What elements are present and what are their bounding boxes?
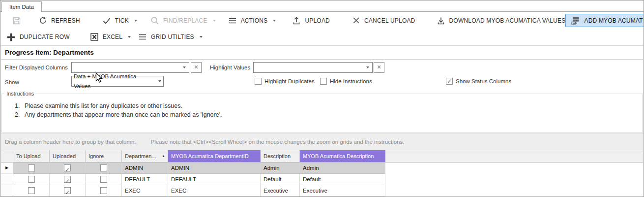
column-header-description[interactable]: Description [261,150,300,163]
column-header-myob-departmentid[interactable]: MYOB Acumatica DepartmentID [168,150,261,163]
row-indicator-header [1,150,13,163]
cell-description[interactable]: Default [261,174,300,185]
show-dropdown-value: Data + MYOB Acumatica Values [74,71,153,91]
instructions-list: Please examine this list for any duplica… [22,101,642,119]
column-header-department[interactable]: Departmen... ▲ [122,150,168,163]
row-indicator [1,174,13,185]
checkbox-icon[interactable] [28,164,35,171]
checkbox-icon[interactable] [320,78,327,85]
cell-myob-departmentid[interactable]: DEFAULT [168,174,261,185]
cell-uploaded[interactable] [50,174,86,185]
add-myob-rows-button[interactable]: ADD MYOB ACUMATICA ROWS [565,14,644,27]
find-replace-button: FIND/REPLACE [150,16,216,26]
cell-uploaded[interactable] [50,185,86,197]
cell-department[interactable]: ADMIN [122,163,168,174]
checkbox-icon[interactable] [28,176,35,183]
cell-ignore[interactable] [86,163,122,174]
cell-myob-departmentid[interactable]: ADMIN [168,163,261,174]
cell-myob-description[interactable]: Executive [300,185,385,197]
cell-uploaded[interactable] [50,163,86,174]
checkbox-icon[interactable] [446,78,453,85]
save-button [12,16,22,26]
add-myob-rows-label: ADD MYOB ACUMATICA ROWS [584,17,644,24]
upload-icon [292,16,301,26]
tick-button[interactable]: TICK [102,16,137,26]
highlight-duplicates-checkbox[interactable]: Highlight Duplicates [255,77,315,85]
grid-utilities-button[interactable]: GRID UTILTIES [138,32,203,42]
column-header-myob-description[interactable]: MYOB Acumatica Description [300,150,385,163]
chevron-down-icon[interactable] [200,36,203,38]
show-status-columns-label: Show Status Columns [456,78,511,84]
excel-icon [89,32,99,42]
filter-columns-input[interactable] [72,63,183,72]
excel-button[interactable]: EXCEL [89,32,131,42]
cell-myob-description[interactable]: Admin [300,163,385,174]
chevron-down-icon[interactable] [128,36,131,38]
menu-icon [228,16,237,26]
filter-columns-clear-button[interactable]: × [191,62,202,73]
column-header-uploaded[interactable]: Uploaded [50,150,86,163]
actions-label: ACTIONS [241,17,268,24]
cancel-upload-label: CANCEL UPLOAD [364,17,415,24]
chevron-down-icon[interactable] [158,80,161,82]
refresh-button[interactable]: REFRESH [38,16,80,25]
duplicate-row-button[interactable]: DUPLICATE ROW [6,32,70,42]
row-indicator [1,185,13,197]
highlight-values-combobox[interactable] [253,62,373,73]
cell-description[interactable]: Admin [261,163,300,174]
checkbox-icon[interactable] [64,176,71,183]
checkbox-icon[interactable] [100,164,107,171]
chevron-down-icon[interactable] [366,66,369,68]
highlight-values-clear-button[interactable]: × [374,62,384,73]
duplicate-row-label: DUPLICATE ROW [20,33,70,40]
checkbox-icon[interactable] [100,187,107,194]
actions-button[interactable]: ACTIONS [228,16,276,26]
highlight-values-label: Highlight Values [210,62,250,73]
cell-to-upload[interactable] [13,163,50,174]
cancel-upload-button[interactable]: CANCEL UPLOAD [351,16,415,25]
group-by-bar[interactable]: Drag a column header here to group by th… [1,133,643,150]
chevron-down-icon[interactable] [183,66,186,68]
instruction-item: Please examine this list for any duplica… [22,101,642,110]
download-values-label: DOWNLOAD MYOB ACUMATICA VALUES [449,17,566,24]
column-header-to-upload[interactable]: To Upload [13,150,50,163]
cell-department[interactable]: EXEC [122,185,168,197]
show-status-columns-checkbox[interactable]: Show Status Columns [446,77,511,85]
add-rows-icon [570,15,581,26]
refresh-icon [38,16,48,25]
chevron-down-icon[interactable] [273,20,276,22]
instructions-legend: Instructions [4,91,36,97]
checkbox-icon[interactable] [100,176,107,183]
refresh-label: REFRESH [51,17,80,24]
tab-item-data[interactable]: Item Data [1,1,42,12]
group-by-hint: Drag a column header here to group by th… [5,139,136,145]
cell-to-upload[interactable] [13,174,50,185]
checkbox-icon[interactable] [64,187,71,194]
chevron-down-icon[interactable] [134,20,137,22]
show-dropdown[interactable]: Data + MYOB Acumatica Values [71,76,164,87]
cell-to-upload[interactable] [13,185,50,197]
grid-utilities-label: GRID UTILTIES [151,33,194,40]
cell-myob-departmentid[interactable]: EXEC [168,185,261,197]
checkbox-icon[interactable] [255,78,262,85]
cell-ignore[interactable] [86,185,122,197]
cell-ignore[interactable] [86,174,122,185]
upload-button[interactable]: UPLOAD [292,16,330,26]
departments-grid: To Upload Uploaded Ignore Departmen... ▲… [1,150,643,197]
highlight-values-input[interactable] [254,63,366,72]
hide-instructions-checkbox[interactable]: Hide Instructions [320,77,372,85]
download-icon [436,16,446,26]
checkbox-icon[interactable] [64,164,71,171]
cell-description[interactable]: Executive [261,185,300,197]
cell-myob-description[interactable]: Default [300,174,385,185]
column-header-filler [385,150,643,163]
cell-department[interactable]: DEFAULT [122,174,168,185]
mouse-cursor [95,72,103,83]
page-title: Progress Item: Departments [1,46,643,60]
instructions-groupbox: Instructions Please examine this list fo… [1,91,643,133]
cell-filler [385,174,643,185]
checkbox-icon[interactable] [28,187,35,194]
column-header-ignore[interactable]: Ignore [86,150,122,163]
download-values-button[interactable]: DOWNLOAD MYOB ACUMATICA VALUES [436,16,566,26]
menu-icon [138,32,147,42]
